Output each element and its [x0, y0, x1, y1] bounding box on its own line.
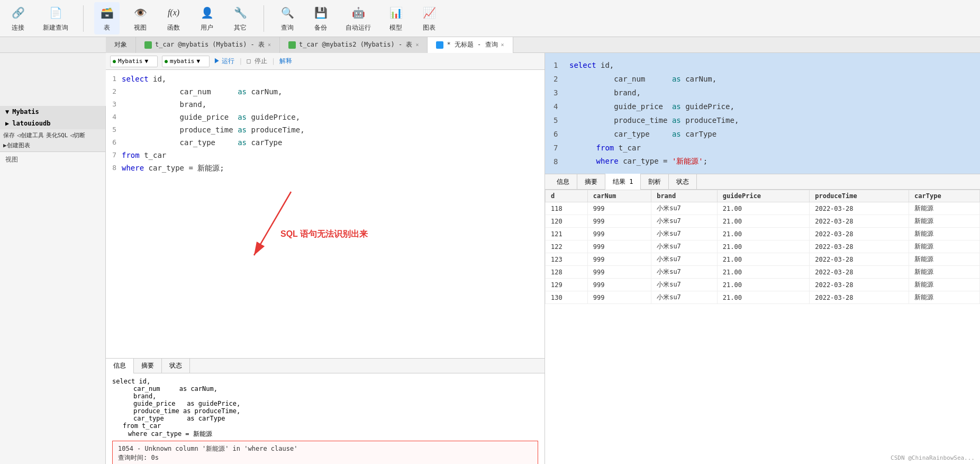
sidebar-action-bar: 保存 ◁创建工具 美化SQL ◁切断 ▶创建图表 — [0, 129, 105, 152]
cell-carnum: 999 — [587, 266, 651, 279]
run-label: ▶ 运行 — [214, 57, 234, 66]
tab-query-close[interactable]: × — [501, 42, 504, 48]
tab-tcar1-close[interactable]: × — [268, 42, 271, 48]
toolbar-new-query[interactable]: 📄 新建查询 — [39, 2, 72, 34]
cell-d: 122 — [546, 240, 588, 253]
cell-carnum: 999 — [587, 228, 651, 240]
toolbar-divider-1 — [83, 5, 84, 32]
right-code-line-5: 5 produce_time as produceTime, — [553, 113, 972, 127]
sidebar-expand-icon: ▼ — [5, 108, 9, 115]
toolbar-connect[interactable]: 🔗 连接 — [5, 2, 31, 34]
right-line-num-5: 5 — [553, 116, 569, 124]
right-line-num-4: 4 — [553, 102, 569, 111]
toolbar-chart[interactable]: 📈 图表 — [416, 2, 442, 34]
table-row: 129999小米su721.002022-03-28新能源 — [546, 279, 980, 291]
error-line-1: 1054 - Unknown column '新能源' in 'where cl… — [118, 444, 532, 453]
cell-carnum: 999 — [587, 291, 651, 304]
cell-brand: 小米su7 — [651, 202, 718, 215]
info-line-4: guide_price as guidePrice, — [112, 400, 538, 407]
sql-editor[interactable]: 1 select id, 2 car_num as carNum, 3 bran… — [106, 70, 545, 358]
right-line-num-6: 6 — [553, 130, 569, 138]
cell-brand: 小米su7 — [651, 291, 718, 304]
autorun-icon: 🤖 — [350, 4, 367, 21]
right-line-content-4: guide_price as guidePrice, — [569, 102, 734, 111]
table-row: 118999小米su721.002022-03-28新能源 — [546, 202, 980, 215]
connect-icon: 🔗 — [10, 4, 26, 21]
right-line-num-1: 1 — [553, 61, 569, 69]
main-toolbar: 🔗 连接 📄 新建查询 🗃️ 表 👁️ 视图 f(x) 函数 👤 用户 🔧 其它… — [0, 0, 980, 37]
annotation-label: SQL 语句无法识别出来 — [280, 229, 368, 240]
schema-dropdown-icon: ▼ — [196, 58, 200, 65]
tab-query[interactable]: * 无标题 - 查询 × — [428, 37, 513, 53]
right-tab-info[interactable]: 信息 — [549, 174, 577, 190]
sidebar-beautify-btn[interactable]: 美化SQL — [46, 131, 68, 139]
schema-selector[interactable]: ● mybatis ▼ — [162, 56, 210, 67]
right-tab-summary[interactable]: 摘要 — [577, 174, 605, 190]
toolbar-user[interactable]: 👤 用户 — [194, 2, 220, 34]
line-num-7: 7 — [106, 151, 122, 159]
right-line-num-3: 3 — [553, 88, 569, 97]
toolbar-backup[interactable]: 💾 备份 — [308, 2, 333, 34]
tab-tcar2-close[interactable]: × — [415, 42, 419, 48]
toolbar-query[interactable]: 🔍 查询 — [275, 2, 300, 34]
col-header-carnum: carNum — [587, 190, 651, 202]
stop-button[interactable]: □ 停止 — [247, 57, 267, 66]
toolbar-model[interactable]: 📊 模型 — [383, 2, 409, 34]
info-tab-summary[interactable]: 摘要 — [134, 359, 162, 373]
right-line-content-2: car_num as carNum, — [569, 75, 716, 83]
result-table-header-row: d carNum brand guidePrice produceTime ca… — [546, 190, 980, 202]
col-header-guideprice: guidePrice — [717, 190, 809, 202]
sidebar-mybatis-header[interactable]: ▼ Mybatis — [0, 106, 105, 118]
tab-object[interactable]: 对象 — [106, 37, 136, 53]
right-code-line-3: 3 brand, — [553, 86, 972, 100]
right-line-content-7: from t_car — [569, 144, 641, 152]
toolbar-autorun[interactable]: 🤖 自动运行 — [341, 2, 375, 34]
db-selector-value: Mybatis — [118, 58, 142, 65]
table-row: 120999小米su721.002022-03-28新能源 — [546, 215, 980, 228]
tab-tcar2[interactable]: t_car @mybatis2 (Mybatis) - 表 × — [280, 37, 428, 53]
cell-guidePrice: 21.00 — [717, 253, 809, 266]
tab-query-label: * 无标题 - 查询 — [447, 40, 497, 49]
right-line-content-8: where car_type = '新能源'; — [569, 157, 707, 166]
toolbar-view-label: 视图 — [134, 23, 147, 32]
db-selector[interactable]: ● Mybatis ▼ — [110, 56, 158, 67]
info-tab-info[interactable]: 信息 — [106, 359, 134, 373]
toolbar-function[interactable]: f(x) 函数 — [161, 2, 186, 34]
col-header-producetime: produceTime — [810, 190, 909, 202]
line-content-6: car_type as carType — [122, 138, 282, 147]
btn-sep-2: | — [271, 58, 275, 65]
cell-d: 120 — [546, 215, 588, 228]
tab-tcar1[interactable]: t_car @mybatis (Mybatis) - 表 × — [136, 37, 280, 53]
sidebar-disconnect-btn[interactable]: ◁切断 — [70, 131, 86, 139]
sidebar-create-btn[interactable]: ◁创建工具 — [17, 131, 44, 139]
explain-button[interactable]: 解释 — [279, 57, 292, 66]
info-panel: 信息 摘要 状态 select id, car_num as carNum, b… — [106, 358, 545, 464]
sidebar-create-chart-btn[interactable]: ▶创建图表 — [3, 141, 30, 149]
left-panel: ● Mybatis ▼ ● mybatis ▼ ▶ 运行 | □ 停止 | 解释… — [106, 53, 545, 464]
sidebar-save-btn[interactable]: 保存 — [3, 131, 15, 139]
table-row: 121999小米su721.002022-03-28新能源 — [546, 228, 980, 240]
toolbar-table[interactable]: 🗃️ 表 — [94, 2, 120, 34]
right-tab-profile[interactable]: 剖析 — [641, 174, 669, 190]
cell-carnum: 999 — [587, 215, 651, 228]
cell-brand: 小米su7 — [651, 279, 718, 291]
watermark: CSDN @ChinaRainbowSea... — [891, 454, 975, 461]
annotation-arrow-svg — [228, 165, 386, 282]
cell-produceTime: 2022-03-28 — [810, 291, 909, 304]
right-tab-status[interactable]: 状态 — [669, 174, 697, 190]
toolbar-function-label: 函数 — [167, 23, 180, 32]
line-num-6: 6 — [106, 138, 122, 146]
cell-d: 118 — [546, 202, 588, 215]
run-button[interactable]: ▶ 运行 — [214, 57, 234, 66]
sidebar-connection-label: Mybatis — [12, 108, 39, 115]
toolbar-other[interactable]: 🔧 其它 — [228, 2, 253, 34]
info-line-7: from t_car — [112, 422, 538, 430]
toolbar-view[interactable]: 👁️ 视图 — [128, 2, 153, 34]
info-tab-status[interactable]: 状态 — [162, 359, 190, 373]
right-tab-result[interactable]: 结果 1 — [605, 174, 641, 190]
right-line-num-8: 8 — [553, 157, 569, 166]
sidebar-subtree-header[interactable]: ▶ latouioudb — [0, 118, 105, 129]
cell-carType: 新能源 — [909, 279, 980, 291]
tab-tcar2-label: t_car @mybatis2 (Mybatis) - 表 — [299, 40, 412, 49]
info-line-6: car_type as carType — [112, 415, 538, 422]
